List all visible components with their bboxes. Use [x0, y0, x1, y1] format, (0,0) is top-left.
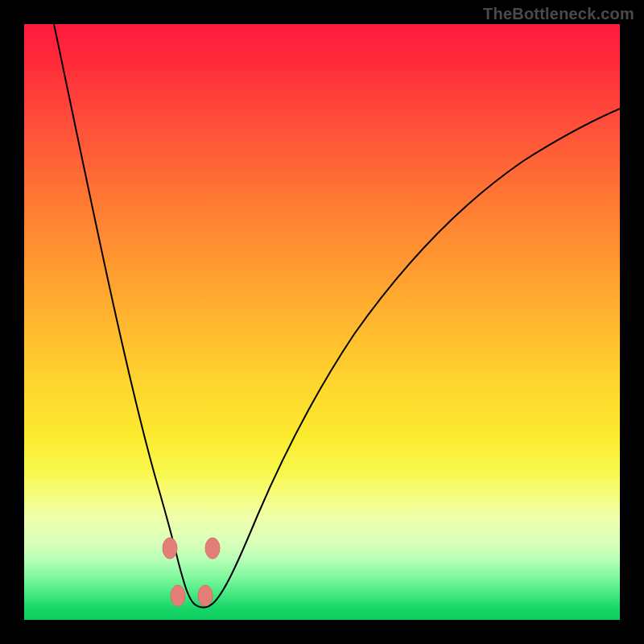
watermark-text: TheBottleneck.com [483, 5, 634, 23]
curve-marker [198, 585, 213, 606]
curve-marker [171, 585, 185, 606]
curve-marker [163, 538, 177, 559]
bottleneck-curve [54, 24, 620, 608]
plot-area [24, 24, 620, 620]
chart-svg [24, 24, 620, 620]
chart-stage: TheBottleneck.com [0, 0, 644, 644]
curve-marker [205, 538, 220, 559]
